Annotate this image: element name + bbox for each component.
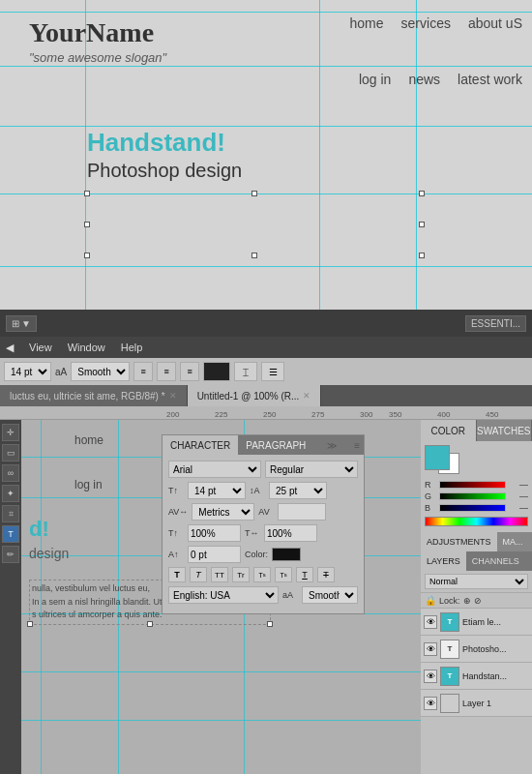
- tab-color[interactable]: COLOR: [421, 420, 477, 441]
- align-right-btn[interactable]: ≡: [180, 362, 199, 381]
- color-swatch[interactable]: [272, 548, 301, 561]
- char-panel-menu[interactable]: ≡: [350, 440, 364, 451]
- tracking-icon: AV↔: [168, 507, 188, 517]
- layer-row-1[interactable]: 👁 T Photosho...: [421, 636, 532, 663]
- tool-crop[interactable]: ⌗: [2, 505, 19, 522]
- tab-1-label: luctus eu, ultricie sit ame, RGB/8#) *: [10, 391, 165, 402]
- tool-select[interactable]: ▭: [2, 444, 19, 461]
- tab-swatches[interactable]: SWATCHES: [477, 420, 533, 441]
- hscale-input[interactable]: [264, 524, 317, 542]
- font-family-select[interactable]: Arial: [168, 461, 261, 478]
- tool-type[interactable]: T: [2, 525, 19, 543]
- g-val: —: [509, 491, 528, 501]
- tool-move[interactable]: ✛: [2, 424, 19, 441]
- align-left-btn[interactable]: ≡: [133, 362, 153, 381]
- tab-1-close[interactable]: ✕: [169, 391, 177, 401]
- handle-tm[interactable]: [251, 191, 257, 196]
- layers-options: Normal: [421, 571, 532, 593]
- svg-text:450: 450: [486, 410, 499, 419]
- baseline-input[interactable]: [188, 546, 241, 563]
- layers-tabs: LAYERS CHANNELS: [421, 551, 532, 571]
- handle-br[interactable]: [419, 253, 425, 258]
- vscale-input[interactable]: [188, 524, 241, 542]
- essential-btn[interactable]: ESSENTI...: [465, 315, 526, 332]
- tab-2[interactable]: Untitled-1 @ 100% (R... ✕: [188, 385, 322, 406]
- tracking-select[interactable]: Metrics: [192, 503, 254, 521]
- tab-masks[interactable]: MA...: [497, 532, 529, 551]
- align-center-btn[interactable]: ≡: [157, 362, 176, 381]
- nav-login[interactable]: log in: [359, 72, 391, 87]
- menu-window[interactable]: Window: [68, 342, 105, 353]
- fmt-italic[interactable]: T: [190, 567, 207, 582]
- aa-label: aA: [55, 367, 67, 377]
- handle-bm[interactable]: [251, 253, 257, 258]
- tab-channels[interactable]: CHANNELS: [466, 551, 525, 571]
- handle-tl[interactable]: [84, 191, 90, 196]
- layer-name-1: Photosho...: [462, 644, 529, 654]
- fmt-allcaps[interactable]: TT: [211, 567, 228, 582]
- b-slider-track: [439, 504, 506, 512]
- language-select[interactable]: English: USA: [168, 586, 279, 604]
- font-size-input[interactable]: 14 pt: [188, 482, 246, 499]
- font-style-select[interactable]: Regular: [265, 461, 358, 478]
- fmt-under[interactable]: T: [296, 567, 313, 582]
- blend-mode-select[interactable]: Normal: [425, 574, 528, 589]
- essential-label: ESSENTI...: [471, 318, 520, 329]
- options-btn[interactable]: ☰: [261, 362, 284, 381]
- menu-view[interactable]: View: [29, 342, 52, 353]
- nav-services[interactable]: services: [401, 15, 451, 31]
- fmt-bold[interactable]: T: [168, 567, 186, 582]
- menu-bar: ◀ View Window Help: [0, 337, 532, 358]
- nav-about[interactable]: about uS: [468, 15, 522, 31]
- lang-smooth[interactable]: Smooth: [302, 586, 358, 604]
- handle-ml[interactable]: [84, 222, 90, 227]
- nav-home[interactable]: home: [350, 15, 384, 31]
- fmt-smallcaps[interactable]: Tr: [232, 567, 250, 582]
- tracking-row: AV↔ Metrics AV: [168, 503, 358, 521]
- aa-mode-select[interactable]: Smooth: [71, 362, 130, 381]
- color-spectrum[interactable]: [425, 517, 528, 526]
- color-swatch-btn[interactable]: [203, 362, 230, 381]
- c2-handle-br[interactable]: [267, 621, 273, 627]
- layer-vis-1[interactable]: 👁: [424, 642, 437, 656]
- tab-1[interactable]: luctus eu, ultricie sit ame, RGB/8#) * ✕: [0, 385, 188, 406]
- menu-back[interactable]: ◀: [6, 342, 14, 354]
- nav-latest[interactable]: latest work: [458, 72, 522, 87]
- layer-row-0[interactable]: 👁 T Etiam le...: [421, 609, 532, 636]
- format-row: T T TT Tr Ts Ts T T: [168, 567, 358, 582]
- nav-news[interactable]: news: [408, 72, 440, 87]
- fg-swatch[interactable]: [425, 445, 450, 470]
- char-tab-character[interactable]: CHARACTER: [163, 435, 238, 455]
- tab-2-close[interactable]: ✕: [303, 391, 310, 401]
- warp-btn[interactable]: ⌶: [234, 362, 257, 381]
- fmt-super[interactable]: Ts: [253, 567, 271, 582]
- layer-vis-2[interactable]: 👁: [424, 670, 437, 683]
- layer-vis-0[interactable]: 👁: [424, 615, 437, 629]
- handle-bl[interactable]: [84, 253, 90, 258]
- layer-row-3[interactable]: 👁 Layer 1: [421, 690, 532, 717]
- layer-vis-3[interactable]: 👁: [424, 697, 437, 710]
- c2-handle-bm[interactable]: [147, 621, 153, 627]
- tool-magic[interactable]: ✦: [2, 485, 19, 502]
- menu-help[interactable]: Help: [121, 342, 143, 353]
- text-box-container: Etiam lectus nulla, vestibulum vel luctu…: [87, 194, 422, 255]
- char-panel-header: CHARACTER PARAGRAPH ≫ ≡: [163, 435, 364, 455]
- c2-handle-bl[interactable]: [27, 621, 33, 627]
- char-panel-more[interactable]: ≫: [323, 440, 340, 451]
- fmt-sub[interactable]: Ts: [275, 567, 292, 582]
- tab-adjustments[interactable]: ADJUSTMENTS: [421, 532, 497, 551]
- tab-layers[interactable]: LAYERS: [421, 551, 466, 571]
- font-size-select[interactable]: 14 pt: [4, 362, 51, 381]
- leading-input[interactable]: 25 pt: [269, 482, 327, 499]
- handle-tr[interactable]: [419, 191, 425, 196]
- handle-mr[interactable]: [419, 222, 425, 227]
- tool-arrow: ▼: [21, 318, 31, 329]
- layer-row-2[interactable]: 👁 T Handstan...: [421, 663, 532, 690]
- tool-lasso[interactable]: ∞: [2, 464, 19, 482]
- tool-selector[interactable]: ⊞ ▼: [6, 315, 37, 332]
- fmt-strike[interactable]: T: [317, 567, 335, 582]
- char-tab-paragraph[interactable]: PARAGRAPH: [238, 435, 313, 455]
- hscale-icon: T↔: [245, 528, 260, 538]
- tool-brush[interactable]: ✏: [2, 546, 19, 563]
- kerning-input[interactable]: [278, 503, 326, 521]
